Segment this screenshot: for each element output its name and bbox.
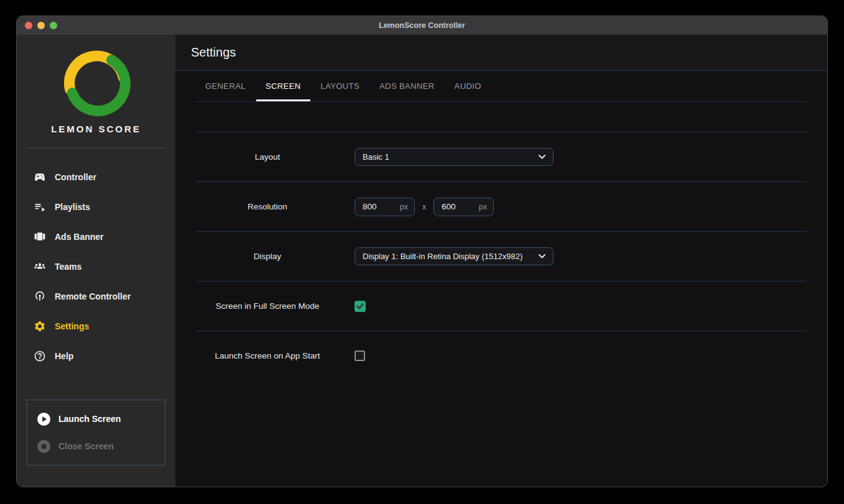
playlist-icon — [34, 201, 46, 213]
tab-layouts[interactable]: LAYOUTS — [312, 71, 369, 101]
sidebar-nav: Controller Playlists Ads Banner — [17, 162, 175, 371]
display-label: Display — [196, 252, 339, 261]
display-row: Display Display 1: Built-in Retina Displ… — [196, 231, 807, 281]
resolution-label: Resolution — [196, 202, 339, 211]
width-unit-label: px — [400, 203, 408, 211]
sidebar-item-teams[interactable]: Teams — [17, 252, 175, 282]
minimize-window-button[interactable] — [37, 22, 45, 29]
tab-general[interactable]: GENERAL — [196, 71, 255, 101]
layout-label: Layout — [196, 152, 339, 162]
sidebar-item-controller[interactable]: Controller — [17, 162, 175, 192]
sidebar-divider — [27, 148, 165, 149]
app-logo: LEMON SCORE — [17, 35, 175, 134]
tab-audio[interactable]: AUDIO — [445, 71, 491, 101]
launch-on-start-label: Launch Screen on App Start — [196, 351, 339, 360]
tab-ads-banner[interactable]: ADS BANNER — [370, 71, 444, 101]
tab-screen[interactable]: SCREEN — [256, 71, 310, 101]
launch-screen-button[interactable]: Launch Screen — [27, 405, 165, 433]
resolution-width-group: px — [355, 198, 415, 216]
screen-actions-panel: Launch Screen Close Screen — [27, 400, 165, 465]
resolution-height-input[interactable] — [435, 202, 468, 211]
chevron-down-icon — [539, 254, 545, 259]
traffic-lights — [25, 16, 57, 35]
window-title: LemonScore Controller — [379, 21, 465, 30]
lemonscore-logo-icon — [58, 43, 134, 120]
gear-icon — [34, 320, 46, 332]
window-titlebar[interactable]: LemonScore Controller — [17, 16, 827, 35]
sidebar-item-label: Help — [55, 351, 73, 361]
settings-tabs: GENERAL SCREEN LAYOUTS ADS BANNER AUDIO — [196, 71, 807, 102]
content-spacer — [196, 102, 807, 132]
broadcast-icon — [34, 290, 46, 303]
sidebar-item-label: Teams — [55, 262, 81, 272]
close-screen-label: Close Screen — [58, 441, 114, 451]
checkmark-icon — [356, 303, 364, 309]
fullscreen-checkbox[interactable] — [355, 301, 366, 312]
people-icon — [34, 260, 46, 273]
screen-settings-form: Layout Basic 1 Resolution — [196, 102, 807, 380]
sidebar-item-label: Ads Banner — [55, 232, 104, 242]
resolution-row: Resolution px x px — [196, 181, 807, 231]
launch-screen-label: Launch Screen — [58, 414, 121, 424]
launch-on-start-checkbox[interactable] — [355, 351, 365, 361]
chevron-down-icon — [539, 155, 545, 159]
play-icon — [37, 413, 50, 426]
sidebar: LEMON SCORE Controller Playlists — [17, 35, 175, 487]
close-window-button[interactable] — [25, 22, 32, 29]
page-header: Settings — [175, 35, 827, 71]
sidebar-item-settings[interactable]: Settings — [17, 311, 175, 341]
resolution-separator: x — [422, 203, 426, 211]
sidebar-item-label: Settings — [55, 321, 89, 331]
resolution-height-group: px — [434, 198, 494, 216]
sidebar-item-label: Controller — [55, 172, 96, 182]
layout-row: Layout Basic 1 — [196, 132, 807, 181]
settings-page: Settings GENERAL SCREEN LAYOUTS ADS BANN… — [175, 35, 827, 487]
sidebar-item-label: Remote Controller — [55, 291, 131, 301]
sidebar-item-label: Playlists — [55, 202, 90, 212]
sidebar-item-remote-controller[interactable]: Remote Controller — [17, 282, 175, 311]
close-screen-button[interactable]: Close Screen — [27, 433, 165, 460]
zoom-window-button[interactable] — [50, 22, 57, 29]
stop-icon — [37, 440, 50, 453]
page-title: Settings — [191, 45, 236, 60]
help-icon — [34, 350, 46, 362]
height-unit-label: px — [479, 203, 487, 211]
fullscreen-label: Screen in Full Screen Mode — [196, 301, 339, 311]
fullscreen-row: Screen in Full Screen Mode — [196, 281, 807, 331]
logo-text: LEMON SCORE — [51, 124, 141, 134]
launch-on-start-row: Launch Screen on App Start — [196, 331, 807, 380]
layout-select[interactable]: Basic 1 — [355, 148, 554, 166]
display-select[interactable]: Display 1: Built-in Retina Display (1512… — [355, 247, 554, 265]
carousel-icon — [34, 231, 46, 243]
desktop-background: LemonScore Controller LEMON SCORE — [0, 0, 844, 504]
sidebar-item-playlists[interactable]: Playlists — [17, 192, 175, 222]
layout-select-value: Basic 1 — [363, 152, 389, 162]
sidebar-item-ads-banner[interactable]: Ads Banner — [17, 222, 175, 252]
app-window: LemonScore Controller LEMON SCORE — [16, 16, 828, 487]
resolution-width-input[interactable] — [356, 202, 389, 211]
gamepad-icon — [34, 171, 46, 183]
display-select-value: Display 1: Built-in Retina Display (1512… — [363, 252, 522, 261]
sidebar-item-help[interactable]: Help — [17, 341, 175, 371]
